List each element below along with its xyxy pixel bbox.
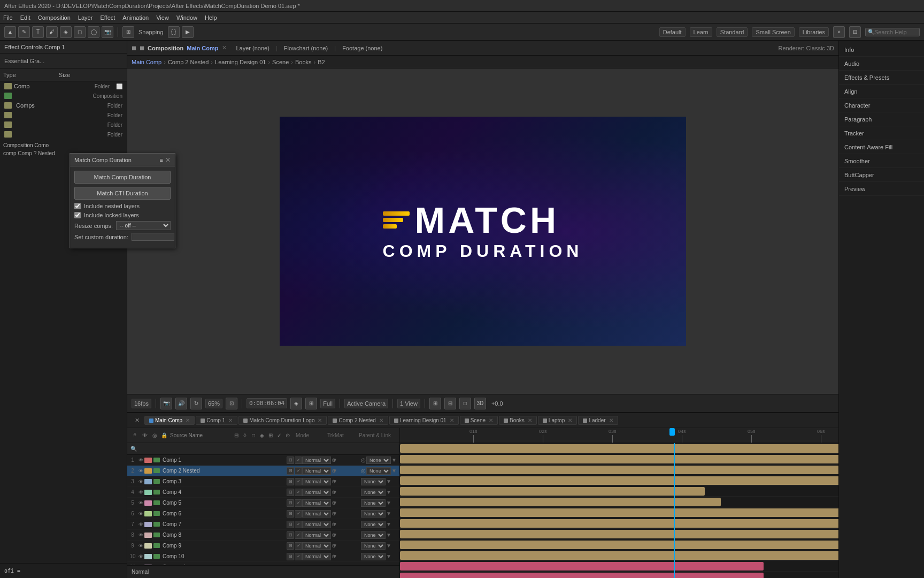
layer-vis-7[interactable]: 👁 [137,522,144,527]
panel-content-aware[interactable]: Content-Aware Fill [839,140,924,154]
tl-tab-close-learn[interactable]: ✕ [450,417,454,423]
plugin-menu-icon[interactable]: ≡ [160,157,163,163]
vc-safe[interactable]: □ [459,398,471,409]
tl-tab-close-logo[interactable]: ✕ [318,417,322,423]
layer-row-2[interactable]: 2 👁 Comp 2 Nested ⊟ ✓ Normal ▼ [127,466,399,476]
layer-row-1[interactable]: 1 👁 Comp 1 ⊟ ✓ Normal ▼ [127,455,399,466]
tl-tab-scene[interactable]: Scene ✕ [460,416,498,425]
menu-animation[interactable]: Animation [122,14,149,21]
lp-7[interactable]: ⊟ [287,521,294,528]
lp-c7[interactable]: ✓ [295,521,302,528]
lp-10[interactable]: ⊟ [287,553,294,560]
tool-pen[interactable]: ✎ [18,26,30,38]
layer-vis-1[interactable]: 👁 [137,458,144,463]
workspace-options[interactable]: ⊟ [849,26,861,38]
layer-row-10[interactable]: 10 👁 Comp 10 ⊟ ✓ Normal▼ ⊙ None▼ [127,551,399,562]
parent-arrow-2[interactable]: ▼ [391,468,397,474]
include-nested-checkbox[interactable] [74,203,81,209]
parent-arrow-9[interactable]: ▼ [386,543,391,549]
tl-tab-learning[interactable]: Learning Design 01 ✕ [389,416,459,425]
include-locked-cb[interactable]: Include locked layers [74,212,171,218]
parent-arrow-10[interactable]: ▼ [386,553,391,559]
menu-effect[interactable]: Effect [100,14,115,21]
project-item-folder2[interactable]: Folder [0,120,127,130]
layer-mode-select-9[interactable]: Normal [302,542,331,550]
panel-audio[interactable]: Audio [839,57,924,71]
layer-mode-select-10[interactable]: Normal [302,553,331,560]
panel-tracker[interactable]: Tracker [839,126,924,140]
layer-parent-select-5[interactable]: None [361,499,386,507]
bc-b2[interactable]: B2 [318,59,325,65]
resize-select[interactable]: -- off -- [116,221,171,230]
tl-tab-ladder[interactable]: Ladder ✕ [578,416,618,425]
panel-align[interactable]: Align [839,85,924,98]
tl-tab-close-laptop[interactable]: ✕ [568,417,572,423]
bc-main-comp[interactable]: Main Comp [132,59,161,65]
tl-tab-match-logo[interactable]: Match Comp Duration Logo ✕ [238,416,327,425]
timeline-close[interactable]: ✕ [130,417,143,424]
layer-vis-8[interactable]: 👁 [137,533,144,538]
panel-preview[interactable]: Preview [839,182,924,196]
vc-quality[interactable]: Full [320,399,335,408]
tl-tab-laptop[interactable]: Laptop ✕ [538,416,578,425]
layer-mode-select-7[interactable]: Normal [302,521,331,528]
bc-learning[interactable]: Learning Design 01 [215,59,266,65]
layer-vis-10[interactable]: 👁 [137,554,144,559]
tool-expr[interactable]: { } [168,26,180,38]
tl-tab-close-scene[interactable]: ✕ [489,417,493,423]
tool-snap[interactable]: ⊞ [122,26,134,38]
tl-tab-close-1[interactable]: ✕ [228,417,233,423]
lp-shy-3[interactable]: ⊟ [287,478,294,485]
menu-file[interactable]: File [3,14,13,21]
layer-mode-select-4[interactable]: Normal [302,489,331,496]
panel-effects-presets[interactable]: Effects & Presets [839,71,924,85]
layer-mode-select-3[interactable]: Normal [302,478,331,485]
parent-arrow-8[interactable]: ▼ [386,532,391,538]
vc-snapshot[interactable]: ◈ [290,398,302,409]
layer-parent-select-4[interactable]: None [361,489,386,496]
layer-row-8[interactable]: 8 👁 Comp 8 ⊟ ✓ Normal▼ ⊙ None▼ [127,530,399,541]
parent-arrow-3[interactable]: ▼ [386,478,391,484]
tool-select[interactable]: ▲ [4,26,16,38]
layer-vis-5[interactable]: 👁 [137,500,144,506]
project-item-comps[interactable]: Comps Folder [0,101,127,110]
workspace-overflow[interactable]: » [833,26,845,38]
layer-row-4[interactable]: 4 👁 Comp 4 ⊟ ✓ Normal▼ ⊙ None▼ [127,487,399,498]
parent-arrow-6[interactable]: ▼ [386,511,391,516]
tl-tab-close-ladder[interactable]: ✕ [609,417,613,423]
layer-parent-select-9[interactable]: None [361,542,386,550]
vc-camera[interactable]: Active Camera [344,399,388,408]
layer-parent-select-7[interactable]: None [361,521,386,528]
layer-vis-2[interactable]: 👁 [137,468,144,474]
lp-5[interactable]: ⊟ [287,499,294,507]
vc-timecode[interactable]: 0:00:06:04 [247,398,287,408]
lp-c4[interactable]: ✓ [295,489,302,496]
menu-composition[interactable]: Composition [38,14,71,21]
vc-zoom-fit[interactable]: ⊡ [226,398,237,409]
tl-tab-close-2[interactable]: ✕ [379,417,383,423]
vc-3d[interactable]: 3D [474,398,486,409]
project-item-folder1[interactable]: Folder [0,110,127,120]
workspace-standard[interactable]: Standard [717,27,748,37]
tl-tab-comp1[interactable]: Comp 1 ✕ [196,416,237,425]
lp-c5[interactable]: ✓ [295,499,302,507]
layer-vis-9[interactable]: 👁 [137,543,144,549]
layer-row-6[interactable]: 6 👁 Comp 6 ⊟ ✓ Normal▼ ⊙ None▼ [127,508,399,519]
workspace-default[interactable]: Default [659,27,686,37]
bc-books[interactable]: Books [295,59,312,65]
lp-shy-2[interactable]: ⊟ [287,467,294,475]
layer-parent-select-8[interactable]: None [361,531,386,539]
tl-tab-comp2[interactable]: Comp 2 Nested ✕ [328,416,388,425]
layer-mode-select-6[interactable]: Normal [302,510,331,518]
playhead-handle[interactable] [669,428,675,436]
layer-parent-select-6[interactable]: None [361,510,386,518]
tool-preview[interactable]: ▶ [182,26,194,38]
lp-6[interactable]: ⊟ [287,510,294,518]
menu-window[interactable]: Window [176,14,197,21]
vc-screenshot[interactable]: 📷 [160,398,172,409]
workspace-libraries[interactable]: Libraries [799,27,829,37]
layer-vis-3[interactable]: 👁 [137,479,144,484]
menu-edit[interactable]: Edit [20,14,30,21]
tool-camera[interactable]: 📷 [102,26,113,38]
vc-show-snapshot[interactable]: ⊞ [305,398,317,409]
